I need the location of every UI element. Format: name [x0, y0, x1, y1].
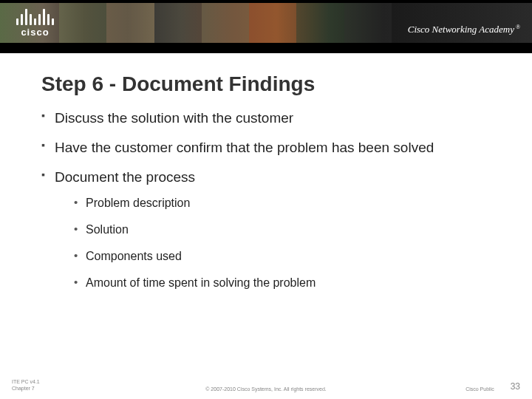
header-faces-strip — [59, 3, 392, 43]
footer-course-code: ITE PC v4.1 — [12, 379, 40, 385]
cisco-logo-bars-icon — [16, 6, 54, 25]
footer-copyright: © 2007-2010 Cisco Systems, Inc. All righ… — [205, 386, 327, 392]
bullet-text: Have the customer confirm that the probl… — [55, 140, 434, 155]
slide-header: cisco Cisco Networking Academy® — [0, 0, 532, 53]
bullet-item: Have the customer confirm that the probl… — [41, 139, 491, 157]
bullet-text: Discuss the solution with the customer — [55, 110, 293, 126]
footer-left: ITE PC v4.1 Chapter 7 — [12, 379, 40, 392]
slide-title: Step 6 - Document Findings — [41, 72, 491, 96]
footer-chapter: Chapter 7 — [12, 386, 40, 392]
sub-bullet-item: Amount of time spent in solving the prob… — [74, 276, 491, 290]
sub-bullet-text: Solution — [86, 223, 129, 236]
sub-bullet-list: Problem description Solution Components … — [74, 196, 491, 290]
sub-bullet-text: Problem description — [86, 197, 190, 209]
sub-bullet-text: Amount of time spent in solving the prob… — [86, 276, 316, 289]
registered-mark: ® — [516, 24, 520, 30]
slide-number: 33 — [511, 381, 520, 392]
slide: cisco Cisco Networking Academy® Step 6 -… — [0, 0, 532, 399]
sub-bullet-item: Problem description — [74, 196, 491, 211]
slide-content: Step 6 - Document Findings Discuss the s… — [41, 72, 491, 302]
footer-right: Cisco Public 33 — [466, 381, 520, 392]
academy-branding: Cisco Networking Academy® — [408, 24, 520, 35]
cisco-logo-text: cisco — [21, 27, 49, 38]
academy-text: Cisco Networking Academy — [408, 24, 514, 35]
bullet-list: Discuss the solution with the customer H… — [41, 109, 491, 290]
header-bottom-bar — [0, 43, 532, 53]
cisco-logo: cisco — [16, 6, 54, 38]
bullet-item: Document the process Problem description… — [41, 168, 491, 291]
sub-bullet-text: Components used — [86, 250, 182, 262]
bullet-text: Document the process — [55, 169, 195, 185]
bullet-item: Discuss the solution with the customer — [41, 109, 491, 127]
footer-public: Cisco Public — [466, 386, 494, 392]
sub-bullet-item: Solution — [74, 222, 491, 237]
slide-footer: ITE PC v4.1 Chapter 7 © 2007-2010 Cisco … — [0, 379, 532, 392]
sub-bullet-item: Components used — [74, 249, 491, 264]
